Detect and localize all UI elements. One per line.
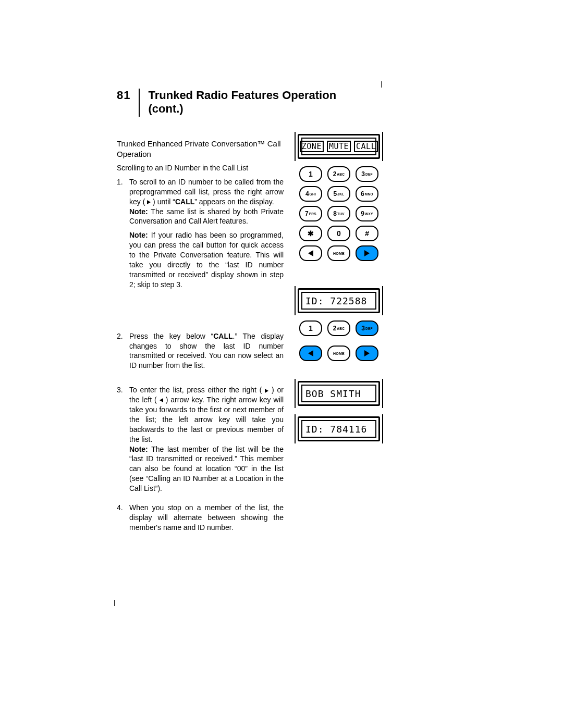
key-home[interactable]: HOME (327, 245, 350, 261)
cropmark: | (114, 599, 115, 606)
left-triangle-icon (308, 250, 313, 256)
softkey-zone: ZONE (300, 141, 324, 152)
key-2[interactable]: 2ABC (327, 320, 350, 336)
key-left[interactable] (299, 245, 322, 261)
page-title: Trunked Radio Features Operation (cont.) (148, 89, 336, 116)
radio-panel-1: ZONE MUTE CALL 1 2ABC 3DEF 4GHI 5JKL 6MN… (295, 132, 383, 261)
key-9[interactable]: 9WXY (356, 206, 378, 221)
lcd-display: ID: 784116 (298, 416, 380, 441)
step-3: 3. To enter the list, press either the r… (117, 385, 284, 498)
key-6[interactable]: 6MNO (356, 186, 378, 202)
body-text: Trunked Enhanced Private Conversation™ C… (117, 139, 284, 538)
illustration-column: ZONE MUTE CALL 1 2ABC 3DEF 4GHI 5JKL 6MN… (295, 132, 383, 450)
key-right[interactable] (356, 346, 378, 361)
key-2[interactable]: 2ABC (327, 166, 350, 182)
lcd-text: BOB SMITH (301, 385, 376, 402)
key-right[interactable] (356, 245, 378, 261)
left-arrow-icon (160, 398, 163, 402)
key-home[interactable]: HOME (327, 346, 350, 361)
lcd-text: ID: 784116 (301, 420, 376, 438)
lcd-display: BOB SMITH (298, 381, 380, 406)
key-7[interactable]: 7PRS (299, 206, 322, 221)
radio-panel-4: ID: 784116 (295, 414, 383, 443)
right-triangle-icon (364, 350, 370, 356)
step-4: 4. When you stop on a member of the list… (117, 503, 284, 533)
key-1[interactable]: 1 (299, 320, 322, 336)
header-rule (139, 89, 140, 117)
key-4[interactable]: 4GHI (299, 186, 322, 202)
cropmark: | (381, 81, 382, 87)
key-left[interactable] (299, 346, 322, 361)
step-2: 2. Press the key below “CALL.” The displ… (117, 331, 284, 371)
section-heading: Trunked Enhanced Private Conversation™ C… (117, 139, 284, 159)
softkey-mute: MUTE (327, 141, 351, 152)
page-number: 81 (117, 89, 139, 102)
right-triangle-icon (364, 250, 370, 256)
key-hash[interactable]: # (356, 226, 378, 241)
radio-panel-3: BOB SMITH (295, 379, 383, 408)
radio-panel-2: ID: 722588 1 2ABC 3DEF HOME (295, 286, 383, 361)
step-1: 1. To scroll to an ID number to be calle… (117, 177, 284, 294)
key-3[interactable]: 3DEF (356, 166, 378, 182)
key-1[interactable]: 1 (299, 166, 322, 182)
left-triangle-icon (308, 350, 313, 356)
lcd-text: ID: 722588 (301, 292, 376, 310)
lcd-display: ID: 722588 (298, 288, 380, 313)
keypad: 1 2ABC 3DEF 4GHI 5JKL 6MNO 7PRS 8TUV 9WX… (298, 166, 380, 261)
page-header: 81 Trunked Radio Features Operation (con… (117, 89, 336, 117)
section-subheading: Scrolling to an ID Number in the Call Li… (117, 163, 284, 173)
key-5[interactable]: 5JKL (327, 186, 350, 202)
key-star[interactable]: ✱ (299, 226, 322, 241)
lcd-display: ZONE MUTE CALL (298, 134, 380, 159)
softkey-call: CALL (354, 141, 378, 152)
manual-page: | | 81 Trunked Radio Features Operation … (0, 0, 563, 728)
key-3[interactable]: 3DEF (356, 320, 378, 336)
key-0[interactable]: 0 (327, 226, 350, 241)
key-8[interactable]: 8TUV (327, 206, 350, 221)
